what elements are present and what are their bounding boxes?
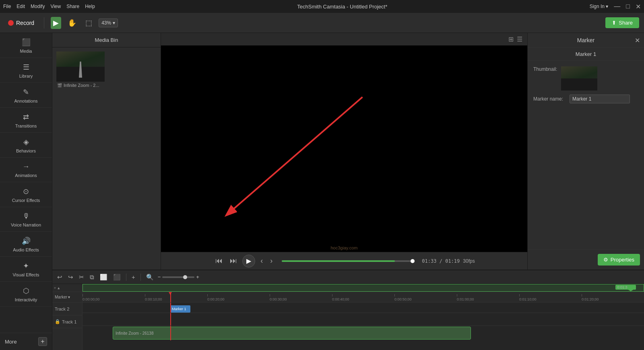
menu-share[interactable]: Share	[66, 4, 79, 9]
redo-button[interactable]: ↪	[66, 273, 75, 282]
menu-help[interactable]: Help	[85, 4, 95, 9]
minimap-track: 0:01:33;23	[83, 284, 644, 292]
ruler-mark-8: 0:01:20;00	[582, 297, 599, 301]
cut-button[interactable]: ✂	[77, 273, 86, 282]
grid-view-button[interactable]: ⊞	[507, 35, 515, 44]
minimize-button[interactable]: —	[614, 3, 620, 10]
record-label: Record	[16, 20, 34, 26]
play-button[interactable]: ▶	[242, 255, 255, 268]
undo-button[interactable]: ↩	[56, 273, 64, 282]
prev-frame-button[interactable]: ‹	[258, 255, 265, 266]
menu-modify[interactable]: Modify	[31, 4, 45, 9]
zoom-slider[interactable]	[162, 276, 194, 278]
collapse-tracks-icon: ▲	[57, 286, 60, 290]
audio-effects-icon: 🔊	[22, 237, 31, 245]
video-canvas: hoc3giay.com	[161, 45, 527, 252]
properties-gear-icon: ⚙	[603, 257, 608, 263]
menu-edit[interactable]: Edit	[17, 4, 25, 9]
marker-panel-header: Marker ✕	[528, 33, 644, 48]
sidebar-item-annotations[interactable]: ✎ Annotations	[0, 83, 52, 108]
ruler-mark-0: 0:00:00;00	[83, 297, 100, 301]
sidebar-item-library[interactable]: ☰ Library	[0, 58, 52, 83]
track-1-content: Infinite Zoom - 26138	[83, 326, 644, 340]
playhead-ruler	[170, 292, 171, 302]
split-button[interactable]: ⬛	[111, 273, 122, 282]
paste-button[interactable]: ⬜	[98, 273, 109, 282]
sidebar-label-voice-narration: Voice Narration	[11, 222, 41, 227]
menu-bar[interactable]: File Edit Modify View Share Help	[3, 4, 95, 9]
watermark: hoc3giay.com	[330, 245, 357, 250]
record-button[interactable]: Record	[5, 18, 37, 28]
marker-chip[interactable]: Marker 1	[170, 305, 190, 313]
copy-button[interactable]: ⧉	[88, 273, 96, 282]
sidebar-label-cursor-effects: Cursor Effects	[12, 198, 40, 203]
properties-button[interactable]: ⚙ Properties	[598, 254, 640, 266]
ruler-mark-6: 0:01:00;00	[457, 297, 474, 301]
share-button[interactable]: ⬆ Share	[605, 17, 639, 28]
rewind-button[interactable]: ⏮	[213, 255, 225, 266]
add-track-small-button[interactable]: +	[54, 286, 56, 290]
step-back-button[interactable]: ⏭	[228, 255, 239, 266]
sidebar-item-voice-narration[interactable]: 🎙 Voice Narration	[0, 207, 52, 232]
zoom-selector[interactable]: 43% ▾	[99, 19, 118, 27]
sidebar-item-cursor-effects[interactable]: ⊙ Cursor Effects	[0, 182, 52, 207]
more-button[interactable]: More	[5, 339, 17, 345]
sidebar-item-behaviors[interactable]: ◈ Behaviors	[0, 133, 52, 158]
progress-fill	[282, 260, 395, 262]
timeline-separator	[126, 274, 126, 281]
marker-dropdown[interactable]: Marker ▾	[55, 295, 70, 299]
svg-line-1	[227, 97, 363, 214]
progress-track[interactable]	[282, 260, 415, 262]
close-button[interactable]: ✕	[636, 3, 641, 10]
sign-in-button[interactable]: Sign In ▾	[590, 4, 609, 9]
sidebar-item-media[interactable]: ⬛ Media	[0, 33, 52, 58]
properties-panel-footer: ⚙ Properties	[528, 249, 644, 270]
sidebar-label-visual-effects: Visual Effects	[12, 272, 39, 277]
marker-track: Marker 1	[83, 303, 644, 313]
progress-bar-container[interactable]	[282, 260, 415, 262]
close-marker-button[interactable]: ✕	[635, 37, 640, 44]
annotations-icon: ✎	[23, 88, 29, 97]
next-frame-button[interactable]: ›	[268, 255, 275, 266]
video-clip[interactable]: Infinite Zoom - 26138	[113, 327, 471, 340]
cursor-effects-icon: ⊙	[23, 187, 29, 196]
timeline-ruler: 0:00:00;00 0:00:10;00 0:00:20;00 0:00:30…	[83, 292, 644, 303]
marker-name-input[interactable]	[570, 95, 630, 103]
sidebar-label-interactivity: Interactivity	[15, 297, 37, 302]
tracks-with-ruler: Marker ▾ Track 2 🔒 Track 1	[52, 292, 644, 350]
playhead-track1	[170, 326, 171, 340]
crop-tool-button[interactable]: ⬚	[83, 17, 95, 29]
sidebar-item-audio-effects[interactable]: 🔊 Audio Effects	[0, 232, 52, 257]
interactivity-icon: ⬡	[23, 286, 29, 295]
timeline-content: + ▲ 0:01:33;23	[52, 284, 644, 350]
progress-thumb	[411, 259, 415, 263]
ruler-mark-5: 0:00:50;00	[394, 297, 412, 301]
track-2-content	[83, 313, 644, 326]
sidebar-item-animations[interactable]: → Animations	[0, 158, 52, 182]
clip-label: Infinite Zoom - 26138	[116, 331, 154, 336]
media-thumb-image	[56, 51, 105, 82]
timeline: ↩ ↪ ✂ ⧉ ⬜ ⬛ + 🔍 − +	[52, 270, 644, 350]
media-thumbnail[interactable]: 🎬 Infinite Zoom - 2...	[56, 51, 105, 89]
sidebar-label-media: Media	[20, 49, 32, 54]
window-title: TechSmith Camtasia - Untitled Project*	[297, 4, 387, 10]
ruler-mark-1: 0:00:10;00	[145, 297, 162, 301]
hand-tool-button[interactable]: ✋	[65, 17, 79, 29]
sidebar-item-transitions[interactable]: ⇄ Transitions	[0, 108, 52, 133]
sidebar-item-interactivity[interactable]: ⬡ Interactivity	[0, 282, 52, 307]
add-panel-button[interactable]: +	[38, 337, 47, 346]
maximize-button[interactable]: □	[626, 3, 630, 10]
library-icon: ☰	[23, 63, 29, 72]
menu-view[interactable]: View	[50, 4, 61, 9]
sidebar: ⬛ Media ☰ Library ✎ Annotations ⇄ Transi…	[0, 33, 52, 350]
zoom-in-button[interactable]: 🔍	[144, 273, 155, 282]
title-bar: File Edit Modify View Share Help TechSmi…	[0, 0, 644, 13]
list-view-button[interactable]: ☰	[515, 35, 524, 44]
marker-panel-title: Marker	[577, 37, 595, 43]
add-track-button[interactable]: +	[130, 273, 137, 281]
animations-icon: →	[23, 163, 30, 171]
track-label-track2: Track 2	[52, 303, 82, 315]
menu-file[interactable]: File	[3, 4, 11, 9]
sidebar-item-visual-effects[interactable]: ✦ Visual Effects	[0, 257, 52, 282]
select-tool-button[interactable]: ▶	[51, 17, 61, 29]
